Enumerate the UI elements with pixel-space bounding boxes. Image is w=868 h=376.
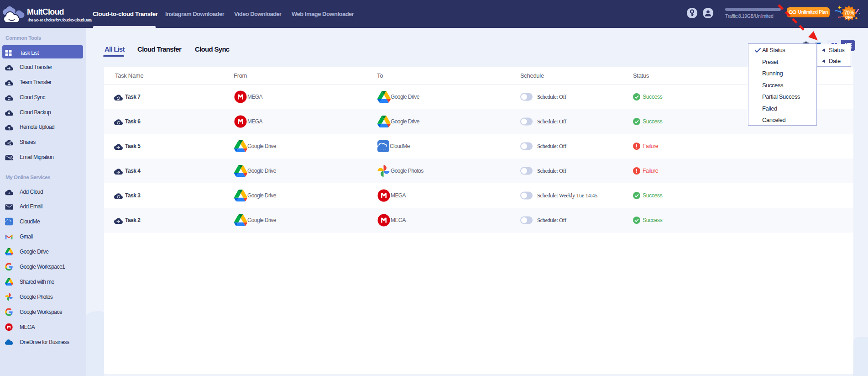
svg-text:OFF: OFF [845, 15, 852, 20]
